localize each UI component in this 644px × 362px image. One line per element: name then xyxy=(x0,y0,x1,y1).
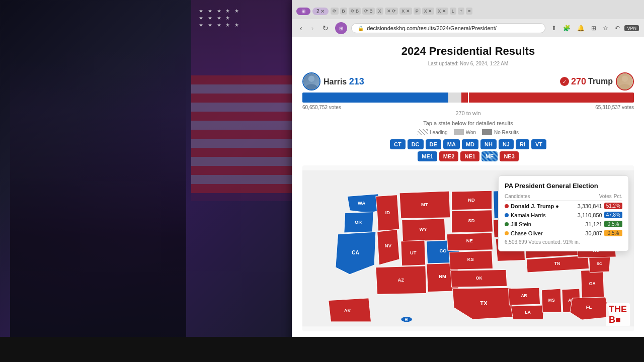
svg-text:TN: TN xyxy=(554,261,560,266)
state-btn-row-1: CT DC DE MA MD NH NJ RI VT xyxy=(390,139,546,149)
oliver-dot xyxy=(505,231,509,235)
legend-leading-text: Leading xyxy=(430,130,448,135)
stein-dot xyxy=(505,222,509,226)
tab-icon-13[interactable]: ≡ xyxy=(466,8,472,15)
trump-ev: 270 xyxy=(571,76,586,87)
state-popup: PA President General Election Candidates… xyxy=(498,175,629,251)
harris-avatar-img xyxy=(303,73,319,89)
tab-icon-4[interactable]: ⟳ B xyxy=(362,8,375,15)
state-btn-de[interactable]: DE xyxy=(426,139,441,149)
oliver-popup-votes: 30,887 xyxy=(585,230,602,236)
svg-text:OR: OR xyxy=(355,219,362,225)
tab-icon-10[interactable]: X ✕ xyxy=(436,8,448,15)
svg-text:ID: ID xyxy=(385,210,390,215)
watermark: THEB■ xyxy=(606,303,630,326)
person-silhouette xyxy=(10,50,186,362)
stein-popup-votes: 31,121 xyxy=(585,221,602,227)
bookmark-button[interactable]: ☆ xyxy=(601,24,610,33)
state-btn-me1[interactable]: ME1 xyxy=(418,151,437,161)
harris-section: Harris 213 xyxy=(302,72,364,90)
reload-button[interactable]: ↻ xyxy=(320,23,331,33)
harris-info: Harris 213 xyxy=(324,76,364,87)
stein-candidate: Jill Stein xyxy=(505,221,583,227)
trump-dot xyxy=(505,204,509,208)
trump-checkmark: ✓ xyxy=(560,77,569,86)
notification-button[interactable]: 🔔 xyxy=(575,24,587,33)
bottom-bar xyxy=(0,337,644,362)
trump-progress xyxy=(461,93,634,103)
popup-row-oliver: Chase Oliver 30,887 0.5% xyxy=(505,230,622,236)
svg-point-1 xyxy=(622,75,628,81)
svg-text:AR: AR xyxy=(521,293,527,298)
trump-votes: 65,310,537 votes xyxy=(595,105,634,110)
trump-candidate: Donald J. Trump ● xyxy=(505,203,576,209)
state-btn-md[interactable]: MD xyxy=(462,139,478,149)
svg-text:MS: MS xyxy=(548,298,555,303)
harris-candidate-name: Kamala Harris xyxy=(511,212,546,218)
state-btn-ma[interactable]: MA xyxy=(443,139,460,149)
svg-text:AK: AK xyxy=(344,308,351,313)
tab-icon-9[interactable]: X ✕ xyxy=(422,8,435,15)
state-btn-row-2: ME1 ME2 NE1 ME NE3 xyxy=(418,151,519,161)
legend-no-results-text: No Results xyxy=(494,130,519,135)
svg-text:SC: SC xyxy=(597,261,602,266)
harris-candidate: Kamala Harris xyxy=(505,212,576,218)
svg-text:NM: NM xyxy=(439,274,446,279)
last-updated: Last updated: Nov 6, 2024, 1:22 AM xyxy=(302,61,634,66)
tab-icon-7[interactable]: X ✕ xyxy=(399,8,412,15)
history-button[interactable]: ↶ xyxy=(613,24,622,33)
state-btn-ne3[interactable]: NE3 xyxy=(500,151,518,161)
svg-text:FL: FL xyxy=(586,304,592,310)
stein-candidate-name: Jill Stein xyxy=(511,221,531,227)
popup-col-pct: Pct. xyxy=(614,194,622,199)
state-btn-dc[interactable]: DC xyxy=(408,139,424,149)
popup-row-harris: Kamala Harris 3,110,850 47.8% xyxy=(505,212,622,218)
to-win-text: 270 to win xyxy=(302,110,634,116)
page-title: 2024 Presidential Results xyxy=(302,45,634,58)
svg-text:AZ: AZ xyxy=(398,277,405,283)
tab-icon-8[interactable]: P xyxy=(414,8,421,15)
us-map-container[interactable]: WA OR ID MT WY CA NV xyxy=(302,165,634,331)
tabs-button[interactable]: ⊞ xyxy=(589,24,598,33)
svg-text:WA: WA xyxy=(358,200,365,206)
svg-text:MT: MT xyxy=(421,202,428,207)
harris-avatar xyxy=(302,72,320,90)
legend: Leading Won No Results xyxy=(302,129,634,135)
forward-button[interactable]: › xyxy=(309,23,316,33)
svg-text:WY: WY xyxy=(419,226,427,232)
state-btn-ri[interactable]: RI xyxy=(516,139,529,149)
tab-icon-5[interactable]: X xyxy=(376,8,383,15)
state-btn-ne1[interactable]: NE1 xyxy=(460,151,479,161)
state-btn-me2[interactable]: ME2 xyxy=(439,151,459,161)
harris-votes: 60,650,752 votes xyxy=(302,105,341,110)
tab-icon-12[interactable]: + xyxy=(458,8,464,15)
state-btn-ct[interactable]: CT xyxy=(390,139,406,149)
extensions-button[interactable]: 🧩 xyxy=(561,24,573,33)
tab-icon-3[interactable]: ⟳ B xyxy=(349,8,361,15)
state-btn-me[interactable]: ME xyxy=(481,151,498,161)
popup-col-candidates: Candidates xyxy=(505,194,597,199)
trump-ev-section: ✓ 270 Trump xyxy=(560,76,613,87)
share-button[interactable]: ⬆ xyxy=(549,24,558,33)
url-bar[interactable]: 🔒 decisiondeskhq.com/results/2024/Genera… xyxy=(351,23,545,33)
back-button[interactable]: ‹ xyxy=(297,23,305,33)
trump-avatar-img xyxy=(617,73,633,89)
svg-text:CA: CA xyxy=(352,250,359,255)
svg-text:TX: TX xyxy=(480,300,488,306)
tab-icon-6[interactable]: ✕ ⟳ xyxy=(385,8,398,15)
tab-icon-1[interactable]: ⟳ xyxy=(331,8,339,15)
browser-logo: ⊞ xyxy=(335,22,347,34)
tab-bar: ⊞ 2 ✕ ⟳ B ⟳ B ⟳ B X ✕ ⟳ X ✕ P X ✕ X ✕ L … xyxy=(292,0,644,19)
tab-icon-2[interactable]: B xyxy=(340,8,347,15)
legend-no-results: No Results xyxy=(482,129,519,135)
trump-popup-votes: 3,330,841 xyxy=(578,203,602,209)
svg-text:LA: LA xyxy=(525,310,530,315)
harris-popup-pct: 47.8% xyxy=(604,212,622,218)
svg-text:HI: HI xyxy=(405,318,409,321)
tab-icon-11[interactable]: L xyxy=(450,8,456,15)
state-btn-vt[interactable]: VT xyxy=(531,139,546,149)
state-btn-nj[interactable]: NJ xyxy=(499,139,514,149)
oliver-popup-pct: 0.5% xyxy=(604,230,622,236)
votes-row: 60,650,752 votes 65,310,537 votes xyxy=(302,105,634,110)
state-btn-nh[interactable]: NH xyxy=(480,139,497,149)
